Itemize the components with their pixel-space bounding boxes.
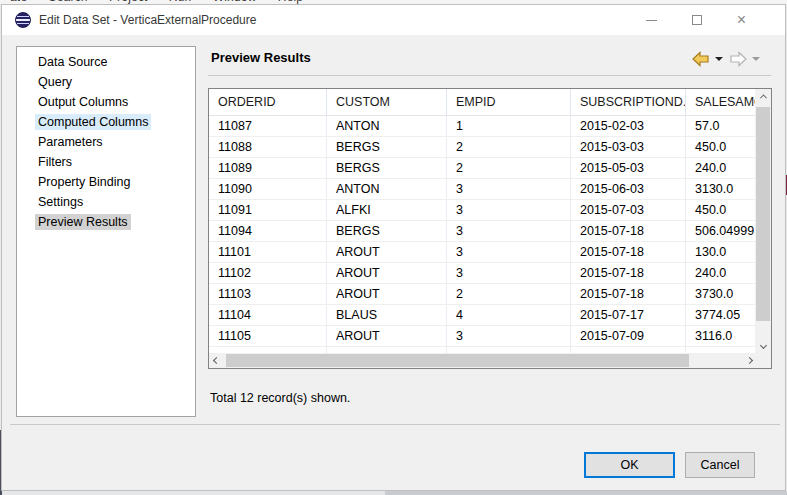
table-cell: 11087 bbox=[209, 116, 327, 137]
table-cell: 2015-06-03 bbox=[571, 179, 686, 200]
dataset-pages-list: Data SourceQueryOutput ColumnsComputed C… bbox=[16, 46, 196, 417]
sidebar-item-label: Data Source bbox=[35, 54, 110, 70]
table-cell: 240.0 bbox=[686, 263, 756, 284]
table-cell: 3 bbox=[447, 242, 571, 263]
table-row[interactable]: 11091ALFKI32015-07-03450.0 bbox=[209, 200, 771, 221]
cancel-button[interactable]: Cancel bbox=[685, 452, 755, 478]
sidebar-item-computed-columns[interactable]: Computed Columns bbox=[17, 112, 195, 132]
forward-dropdown-icon[interactable] bbox=[752, 57, 760, 61]
minimize-button[interactable] bbox=[629, 5, 674, 35]
back-dropdown-icon[interactable] bbox=[715, 57, 723, 61]
scroll-right-button[interactable] bbox=[742, 353, 756, 368]
sidebar-item-label: Filters bbox=[35, 154, 75, 170]
table-cell: AROUT bbox=[327, 242, 447, 263]
table-cell: 130.0 bbox=[686, 242, 756, 263]
table-row[interactable]: 11102AROUT32015-07-18240.0 bbox=[209, 263, 771, 284]
table-cell: 450.0 bbox=[686, 200, 756, 221]
background-taskbar bbox=[0, 491, 787, 495]
scroll-up-button[interactable] bbox=[755, 89, 771, 104]
table-cell: 57.0 bbox=[686, 116, 756, 137]
sidebar-item-output-columns[interactable]: Output Columns bbox=[17, 92, 195, 112]
chevron-down-icon bbox=[759, 342, 766, 349]
vertical-scrollbar[interactable] bbox=[755, 89, 771, 353]
table-cell: 2 bbox=[447, 158, 571, 179]
history-nav bbox=[692, 49, 766, 69]
sidebar-item-preview-results[interactable]: Preview Results bbox=[17, 212, 195, 232]
sidebar-item-parameters[interactable]: Parameters bbox=[17, 132, 195, 152]
horizontal-scrollbar-thumb[interactable] bbox=[226, 354, 689, 367]
table-row[interactable]: 11089BERGS22015-05-03240.0 bbox=[209, 158, 771, 179]
table-row[interactable]: 11090ANTON32015-06-033130.0 bbox=[209, 179, 771, 200]
table-cell: 240.0 bbox=[686, 158, 756, 179]
table-body: 11087ANTON12015-02-0357.011088BERGS22015… bbox=[209, 116, 771, 368]
table-cell: BERGS bbox=[327, 158, 447, 179]
maximize-button[interactable] bbox=[674, 5, 719, 35]
table-cell: 2015-07-09 bbox=[571, 326, 686, 347]
table-row[interactable]: 11088BERGS22015-03-03450.0 bbox=[209, 137, 771, 158]
table-cell: 2015-02-03 bbox=[571, 116, 686, 137]
table-cell: 2015-07-18 bbox=[571, 284, 686, 305]
table-header-row: ORDERIDCUSTOMEMPIDSUBSCRIPTIOND...SALESA… bbox=[209, 89, 771, 116]
column-header-orderid[interactable]: ORDERID bbox=[209, 89, 327, 115]
sidebar-item-filters[interactable]: Filters bbox=[17, 152, 195, 172]
table-cell: 3 bbox=[447, 179, 571, 200]
maximize-icon bbox=[692, 15, 702, 25]
table-row[interactable]: 11094BERGS32015-07-18506.04999 bbox=[209, 221, 771, 242]
scroll-left-button[interactable] bbox=[209, 353, 223, 368]
vertical-scrollbar-thumb[interactable] bbox=[756, 107, 770, 321]
table-cell: 2 bbox=[447, 137, 571, 158]
table-cell: 3116.0 bbox=[686, 326, 756, 347]
sidebar-item-settings[interactable]: Settings bbox=[17, 192, 195, 212]
table-cell: 506.04999 bbox=[686, 221, 756, 242]
page-title: Preview Results bbox=[211, 50, 311, 65]
column-header-custom[interactable]: CUSTOM bbox=[327, 89, 447, 115]
table-cell: 2 bbox=[447, 284, 571, 305]
background-taskbar-segment bbox=[0, 491, 385, 495]
table-cell: ANTON bbox=[327, 116, 447, 137]
table-cell: BERGS bbox=[327, 221, 447, 242]
table-cell: 2015-07-03 bbox=[571, 200, 686, 221]
edit-data-set-dialog: Edit Data Set - VerticaExternalProcedure… bbox=[1, 4, 786, 491]
table-row[interactable]: 11087ANTON12015-02-0357.0 bbox=[209, 116, 771, 137]
eclipse-logo-icon bbox=[15, 12, 31, 28]
table-row[interactable]: 11104BLAUS42015-07-173774.05 bbox=[209, 305, 771, 326]
table-cell: 3774.05 bbox=[686, 305, 756, 326]
forward-arrow-icon bbox=[729, 51, 747, 67]
footer-separator bbox=[10, 424, 780, 425]
back-button[interactable] bbox=[692, 51, 723, 67]
close-button[interactable]: × bbox=[719, 5, 764, 35]
table-cell: 11101 bbox=[209, 242, 327, 263]
sidebar-item-data-source[interactable]: Data Source bbox=[17, 52, 195, 72]
scroll-down-button[interactable] bbox=[755, 338, 771, 353]
table-cell: 3 bbox=[447, 326, 571, 347]
dialog-title: Edit Data Set - VerticaExternalProcedure bbox=[39, 13, 256, 27]
sidebar-item-label: Preview Results bbox=[35, 214, 131, 230]
close-icon: × bbox=[737, 12, 746, 28]
sidebar-item-query[interactable]: Query bbox=[17, 72, 195, 92]
column-header-salesamo[interactable]: SALESAMO bbox=[686, 89, 756, 115]
table-row[interactable]: 11105AROUT32015-07-093116.0 bbox=[209, 326, 771, 347]
sidebar-item-label: Computed Columns bbox=[35, 114, 151, 130]
table-cell: ANTON bbox=[327, 179, 447, 200]
ok-button[interactable]: OK bbox=[584, 452, 675, 478]
table-cell: BLAUS bbox=[327, 305, 447, 326]
forward-button[interactable] bbox=[729, 51, 760, 67]
preview-results-table: ORDERIDCUSTOMEMPIDSUBSCRIPTIOND...SALESA… bbox=[208, 88, 772, 369]
table-cell: 2015-07-18 bbox=[571, 242, 686, 263]
table-cell: BERGS bbox=[327, 137, 447, 158]
column-header-empid[interactable]: EMPID bbox=[447, 89, 571, 115]
table-cell: AROUT bbox=[327, 263, 447, 284]
table-row[interactable]: 11103AROUT22015-07-183730.0 bbox=[209, 284, 771, 305]
table-cell: 11090 bbox=[209, 179, 327, 200]
table-cell: 2015-05-03 bbox=[571, 158, 686, 179]
horizontal-scrollbar[interactable] bbox=[209, 353, 756, 368]
table-cell: 2015-07-17 bbox=[571, 305, 686, 326]
titlebar[interactable]: Edit Data Set - VerticaExternalProcedure… bbox=[2, 5, 785, 35]
table-row[interactable]: 11101AROUT32015-07-18130.0 bbox=[209, 242, 771, 263]
column-header-subscriptiond[interactable]: SUBSCRIPTIOND... bbox=[571, 89, 686, 115]
sidebar-item-label: Parameters bbox=[35, 134, 106, 150]
table-cell: 11105 bbox=[209, 326, 327, 347]
table-cell: AROUT bbox=[327, 326, 447, 347]
table-cell: 3 bbox=[447, 200, 571, 221]
sidebar-item-property-binding[interactable]: Property Binding bbox=[17, 172, 195, 192]
